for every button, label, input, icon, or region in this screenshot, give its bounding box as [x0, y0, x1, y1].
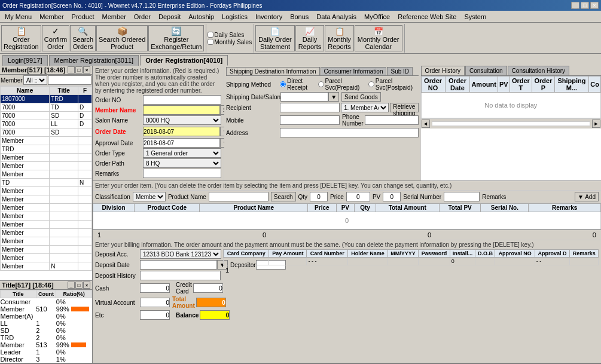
order-date-input[interactable] [143, 127, 220, 136]
menu-system[interactable]: System [460, 13, 490, 21]
member-list-item[interactable]: 7000 SD D [1, 112, 92, 120]
member-list-item[interactable]: 7000 LL D [1, 120, 92, 129]
daily-order-statement-button[interactable]: 📄Daily OrderStatement [255, 25, 295, 51]
menu-data-analysis[interactable]: Data Analysis [313, 13, 360, 21]
menu-deposit[interactable]: Deposit [155, 13, 184, 21]
order-registration-button[interactable]: 📋 OrderRegistration [1, 25, 41, 51]
monthly-sales-checkbox[interactable] [208, 39, 213, 45]
member-list-item[interactable]: Member [1, 237, 92, 246]
parcel-postpaid-option[interactable]: Parcel Svc(Postpaid) [368, 78, 419, 91]
title-list-item[interactable]: Member(A) 0% [1, 313, 92, 320]
member-list-item[interactable]: Member [1, 254, 92, 262]
salon-name-select[interactable]: 0000 HQ [143, 115, 221, 125]
order-no-input[interactable] [143, 95, 221, 105]
member-search-input[interactable] [48, 75, 91, 85]
tab-member-registration[interactable]: Member Registration[3011] [49, 55, 139, 66]
direct-receipt-radio[interactable] [280, 81, 286, 87]
monthly-order-calendar-button[interactable]: 📅Monthly OrderCalendar [355, 25, 402, 51]
member-search-type[interactable]: All :: [23, 75, 47, 85]
item-pv-input[interactable] [383, 192, 401, 201]
history-next-btn[interactable]: ► [592, 120, 600, 128]
panel-resize-btn[interactable]: □ [75, 66, 83, 74]
parcel-prepaid-option[interactable]: Parcel Svc(Prepaid) [318, 78, 366, 91]
panel-minimize-btn[interactable]: _ [68, 66, 75, 74]
history-scrollbar[interactable] [432, 121, 590, 126]
recipient-type-select[interactable]: 1. Member Ad. [341, 103, 389, 112]
cash-input[interactable] [140, 283, 170, 293]
member-list-item[interactable]: 7000 SD [1, 129, 92, 137]
member-list-item[interactable]: Member [1, 154, 92, 162]
virtual-account-input[interactable] [140, 298, 170, 307]
member-list-item[interactable]: Member [1, 195, 92, 204]
search-orders-button[interactable]: 🔍 SearchOrders [70, 25, 96, 51]
confirm-order-button[interactable]: ✓ ConfirmOrder [42, 25, 70, 51]
search-ordered-product-button[interactable]: 📦 Search OrderedProduct [96, 25, 148, 51]
phone-number-input[interactable] [365, 115, 419, 125]
title-list-item[interactable]: Member 510 99% [1, 305, 92, 313]
deposit-history-input[interactable] [140, 271, 221, 280]
menu-member[interactable]: Member [36, 13, 67, 21]
parcel-prepaid-radio[interactable] [318, 81, 324, 87]
title-list-item[interactable]: SD 2 0% [1, 327, 92, 334]
member-name-input[interactable] [143, 105, 220, 115]
title-list-item[interactable]: Member 513 99% [1, 341, 92, 348]
shipping-dest-tab[interactable]: Shipping Destination Information [226, 67, 320, 75]
member-list-item[interactable]: TD N [1, 179, 92, 187]
member-list-item[interactable]: 7000 TD D [1, 103, 92, 112]
member-list-item[interactable]: 1807000 TRD [1, 95, 92, 103]
tab-order-registration[interactable]: Order Registration[4010] [140, 55, 228, 66]
consumer-info-tab[interactable]: Consumer Information [321, 67, 387, 75]
shipping-date-input[interactable] [280, 92, 328, 102]
remarks-input[interactable] [143, 169, 221, 178]
member-list-item[interactable]: Member [1, 229, 92, 237]
menu-myoffice[interactable]: MyOffice [361, 13, 393, 21]
member-list-item[interactable]: Member [1, 246, 92, 254]
maximize-button[interactable]: □ [581, 2, 589, 9]
address-input[interactable] [280, 128, 419, 137]
menu-inventory[interactable]: Inventory [252, 13, 286, 21]
menu-reference[interactable]: Reference Web Site [394, 13, 460, 21]
title-list-item[interactable]: Director 3 1% [1, 356, 92, 363]
title-panel-close[interactable]: × [83, 282, 90, 289]
deposit-acc-select[interactable]: 12313 BDO Bank 123123 [140, 249, 221, 259]
menu-bonus[interactable]: Bonus [286, 13, 312, 21]
monthly-reports-button[interactable]: 📋MonthlyReports [325, 25, 354, 51]
close-window-button[interactable]: × [590, 2, 599, 9]
member-list-item[interactable]: Member [1, 212, 92, 221]
member-list-item[interactable]: Member [1, 170, 92, 179]
title-list-item[interactable]: Leader 1 0% [1, 348, 92, 356]
send-goods-btn[interactable]: Send Goods [341, 92, 381, 102]
billing-total-amount-input[interactable] [196, 298, 226, 307]
menu-autoship[interactable]: Autoship [185, 13, 218, 21]
item-price-input[interactable] [346, 192, 370, 201]
daily-reports-button[interactable]: 📈DailyReports [295, 25, 325, 51]
register-exchange-button[interactable]: 🔄 RegisterExchange/Return [148, 25, 204, 51]
title-list-item[interactable]: Consumer 0% [1, 298, 92, 306]
shipping-date-btn[interactable]: ▼ [328, 92, 339, 102]
menu-order[interactable]: Order [130, 13, 154, 21]
item-qty-input[interactable] [310, 192, 328, 201]
menu-mymenu[interactable]: My Menu [1, 13, 35, 21]
consultation-history-tab[interactable]: Consultation History [508, 66, 569, 75]
title-list-item[interactable]: LL 1 0% [1, 320, 92, 327]
product-name-search-input[interactable] [209, 192, 269, 201]
tab-login[interactable]: Login[9917] [2, 55, 48, 66]
menu-member2[interactable]: Member [99, 13, 130, 21]
menu-product[interactable]: Product [68, 13, 98, 21]
direct-receipt-option[interactable]: Direct Receipt [280, 78, 316, 91]
title-list-item[interactable]: TRD 2 0% [1, 334, 92, 341]
order-type-select[interactable]: 1 General order [143, 148, 221, 158]
member-list-item[interactable]: Member N [1, 262, 92, 271]
member-list-item[interactable]: TRD [1, 145, 92, 154]
add-item-btn[interactable]: ▼ Add [575, 192, 599, 201]
retrieve-address-btn[interactable]: Retrieve shipping address [390, 103, 419, 112]
parcel-postpaid-radio[interactable] [368, 81, 374, 87]
order-path-select[interactable]: 8 HQ [143, 158, 221, 168]
order-history-tab[interactable]: Order History [421, 66, 465, 75]
member-list-item[interactable]: Member [1, 187, 92, 195]
product-search-btn[interactable]: Search [271, 192, 296, 201]
daily-sales-checkbox[interactable] [208, 32, 213, 38]
credit-card-input[interactable] [193, 283, 223, 293]
panel-close-btn[interactable]: × [83, 66, 90, 74]
serial-number-input[interactable] [444, 192, 480, 201]
